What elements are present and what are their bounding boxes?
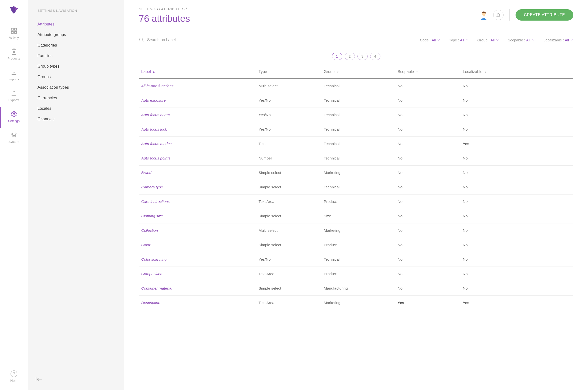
cell-group: Technical: [321, 180, 395, 195]
sidebar-item[interactable]: Association types: [28, 82, 124, 93]
cell-type: Yes/No: [256, 108, 321, 122]
table-row[interactable]: All-in-one functionsMulti selectTechnica…: [139, 79, 573, 93]
user-avatar[interactable]: [479, 10, 489, 20]
table-row[interactable]: Auto focus pointsNumberTechnicalNoNo: [139, 151, 573, 166]
sidebar-item[interactable]: Categories: [28, 40, 124, 50]
rail-item-activity[interactable]: Activity: [0, 24, 28, 44]
cell-label[interactable]: Auto focus points: [139, 151, 256, 166]
rail-item-products[interactable]: Products: [0, 44, 28, 65]
column-header[interactable]: Type: [256, 66, 321, 79]
sidebar-item[interactable]: Families: [28, 50, 124, 61]
table-row[interactable]: Container materialSimple selectManufactu…: [139, 281, 573, 296]
table-row[interactable]: ColorSimple selectProductNoNo: [139, 238, 573, 252]
cell-label[interactable]: Composition: [139, 267, 256, 281]
rail-item-label: Exports: [8, 98, 19, 102]
table-row[interactable]: Auto focus beamYes/NoTechnicalNoNo: [139, 108, 573, 122]
column-header[interactable]: Scopable▾: [395, 66, 460, 79]
breadcrumb[interactable]: SETTINGS / ATTRIBUTES /: [139, 7, 190, 11]
rail-item-imports[interactable]: Imports: [0, 65, 28, 86]
cell-group: Technical: [321, 122, 395, 137]
page-button[interactable]: 1: [332, 53, 342, 60]
cell-label[interactable]: Brand: [139, 166, 256, 180]
search-input[interactable]: [147, 38, 220, 42]
sidebar-item[interactable]: Attribute groups: [28, 29, 124, 40]
main-content: SETTINGS / ATTRIBUTES / 76 attributes CR…: [124, 0, 588, 390]
cell-group: Product: [321, 267, 395, 281]
table-row[interactable]: BrandSimple selectMarketingNoNo: [139, 166, 573, 180]
cell-label[interactable]: Container material: [139, 281, 256, 296]
rail-item-label: Settings: [8, 119, 20, 123]
sidebar-item[interactable]: Locales: [28, 103, 124, 114]
rail-item-system[interactable]: System: [0, 128, 28, 148]
page-button[interactable]: 3: [357, 53, 368, 60]
cell-localizable: No: [461, 209, 574, 223]
cell-label[interactable]: Collection: [139, 223, 256, 238]
page-button[interactable]: 2: [345, 53, 355, 60]
cell-label[interactable]: Auto focus modes: [139, 137, 256, 151]
cell-label[interactable]: Description: [139, 296, 256, 310]
filter-code[interactable]: Code : All: [420, 38, 440, 42]
column-header[interactable]: Group▾: [321, 66, 395, 79]
cell-localizable: No: [461, 166, 574, 180]
table-row[interactable]: Color scanningYes/NoTechnicalNoNo: [139, 252, 573, 267]
sidebar-item[interactable]: Groups: [28, 72, 124, 82]
sidebar-item[interactable]: Group types: [28, 61, 124, 72]
page-title: 76 attributes: [139, 13, 190, 24]
filter-scopable[interactable]: Scopable : All: [508, 38, 535, 42]
attributes-table: Label▴TypeGroup▾Scopable▾Localizable▾ Al…: [139, 66, 573, 310]
column-header[interactable]: Label▴: [139, 66, 256, 79]
table-row[interactable]: Auto exposureYes/NoTechnicalNoNo: [139, 93, 573, 108]
cell-label[interactable]: Color: [139, 238, 256, 252]
rail-item-settings[interactable]: Settings: [0, 107, 28, 128]
table-row[interactable]: Auto focus modesTextTechnicalNoYes: [139, 137, 573, 151]
main-nav-rail: Activity Products Imports Exports Settin…: [0, 0, 28, 390]
cell-label[interactable]: All-in-one functions: [139, 79, 256, 93]
cell-label[interactable]: Clothing size: [139, 209, 256, 223]
search-box[interactable]: [139, 37, 220, 43]
create-attribute-button[interactable]: CREATE ATTRIBUTE: [515, 9, 573, 21]
cell-label[interactable]: Care instructions: [139, 195, 256, 209]
grid-icon: [10, 27, 17, 34]
cell-group: Product: [321, 195, 395, 209]
cell-localizable: No: [461, 108, 574, 122]
table-row[interactable]: Care instructionsText AreaProductNoNo: [139, 195, 573, 209]
cell-localizable: No: [461, 252, 574, 267]
rail-item-exports[interactable]: Exports: [0, 86, 28, 107]
topbar: SETTINGS / ATTRIBUTES / 76 attributes CR…: [139, 2, 573, 24]
table-row[interactable]: DescriptionText AreaMarketingYesYes: [139, 296, 573, 310]
cell-localizable: No: [461, 151, 574, 166]
cell-group: Technical: [321, 93, 395, 108]
svg-point-12: [13, 135, 14, 137]
cell-group: Product: [321, 238, 395, 252]
cell-scopable: No: [395, 238, 460, 252]
cell-label[interactable]: Auto focus beam: [139, 108, 256, 122]
cell-localizable: No: [461, 267, 574, 281]
cell-type: Text Area: [256, 195, 321, 209]
cell-label[interactable]: Auto exposure: [139, 93, 256, 108]
table-row[interactable]: CollectionMulti selectMarketingNoNo: [139, 223, 573, 238]
table-row[interactable]: CompositionText AreaProductNoNo: [139, 267, 573, 281]
sidebar-item[interactable]: Currencies: [28, 93, 124, 103]
cell-label[interactable]: Camera type: [139, 180, 256, 195]
sidebar-item[interactable]: Attributes: [28, 19, 124, 29]
help-button[interactable]: ? Help: [0, 366, 28, 390]
table-row[interactable]: Camera typeSimple selectTechnicalNoNo: [139, 180, 573, 195]
notifications-button[interactable]: [493, 10, 504, 20]
page-button[interactable]: 4: [370, 53, 380, 60]
cell-label[interactable]: Auto focus lock: [139, 122, 256, 137]
filter-localizable[interactable]: Localizable : All: [544, 38, 573, 42]
cell-type: Simple select: [256, 281, 321, 296]
filter-group[interactable]: Group : All: [477, 38, 499, 42]
sidebar-item[interactable]: Channels: [28, 114, 124, 124]
table-row[interactable]: Auto focus lockYes/NoTechnicalNoNo: [139, 122, 573, 137]
cell-localizable: No: [461, 79, 574, 93]
filter-type[interactable]: Type : All: [449, 38, 468, 42]
cell-type: Text Area: [256, 296, 321, 310]
collapse-sidebar-icon[interactable]: [36, 377, 42, 382]
table-row[interactable]: Clothing sizeSimple selectSizeNoNo: [139, 209, 573, 223]
upload-icon: [10, 90, 17, 97]
cell-label[interactable]: Color scanning: [139, 252, 256, 267]
column-header[interactable]: Localizable▾: [461, 66, 574, 79]
sort-asc-icon: ▴: [153, 69, 155, 74]
svg-point-19: [139, 38, 143, 41]
